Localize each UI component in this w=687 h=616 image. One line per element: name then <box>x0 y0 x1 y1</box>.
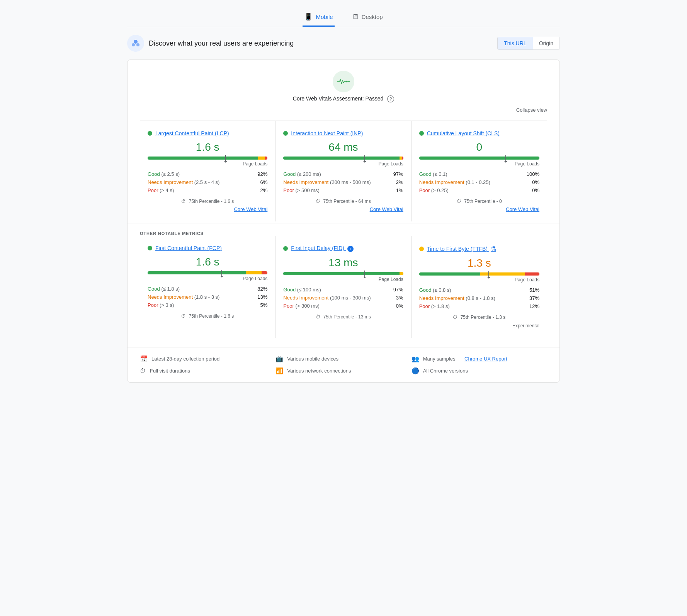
cls-value: 0 <box>419 141 539 153</box>
footer-full-visit: ⏱ Full visit durations <box>140 367 275 374</box>
inp-dist-ni: Needs Improvement (200 ms - 500 ms) 2% <box>283 179 403 185</box>
inp-name[interactable]: Interaction to Next Paint (INP) <box>291 130 363 136</box>
fcp-bar-poor <box>262 271 268 274</box>
metric-inp: Interaction to Next Paint (INP) 64 ms Pa… <box>275 121 411 221</box>
ttfb-dist-ni: Needs Improvement (0.8 s - 1.8 s) 37% <box>419 295 539 301</box>
ttfb-experimental-label: Experimental <box>419 323 539 328</box>
assessment-title: Core Web Vitals Assessment: Passed ? <box>293 95 394 102</box>
footer-network: 📶 Various network connections <box>275 367 411 374</box>
lcp-name[interactable]: Largest Contentful Paint (LCP) <box>155 130 229 136</box>
lcp-status-dot <box>148 131 152 136</box>
fid-dist-poor: Poor (> 300 ms) 0% <box>283 303 403 309</box>
tab-mobile[interactable]: 📱 Mobile <box>303 8 334 27</box>
desktop-icon: 🖥 <box>352 13 359 21</box>
fcp-bar-good <box>148 271 246 274</box>
header-bar: Discover what your real users are experi… <box>127 35 560 52</box>
cls-bar-marker <box>505 155 506 161</box>
fcp-bar-marker <box>221 270 222 276</box>
origin-button[interactable]: Origin <box>533 37 559 49</box>
ttfb-dist-good: Good (≤ 0.8 s) 51% <box>419 287 539 293</box>
tab-bar: 📱 Mobile 🖥 Desktop <box>127 8 560 27</box>
ttfb-name[interactable]: Time to First Byte (TTFB) ⚗ <box>427 245 496 252</box>
ttfb-label: Time to First Byte (TTFB) ⚗ <box>419 245 539 252</box>
ttfb-bar-ni <box>480 272 525 276</box>
other-metrics-label: OTHER NOTABLE METRICS <box>140 231 547 236</box>
collapse-view-button[interactable]: Collapse view <box>140 107 547 113</box>
fid-value: 13 ms <box>283 257 403 269</box>
lcp-dist-good: Good (≤ 2.5 s) 92% <box>148 171 267 177</box>
fid-name[interactable]: First Input Delay (FID) i <box>291 245 354 252</box>
cls-status-dot <box>419 131 424 136</box>
fcp-value: 1.6 s <box>148 256 267 268</box>
chrome-ux-report-link[interactable]: Chrome UX Report <box>464 356 507 362</box>
url-toggle: This URL Origin <box>497 37 560 50</box>
fcp-name[interactable]: First Contentful Paint (FCP) <box>155 245 222 251</box>
lcp-percentile: ⏱ 75th Percentile - 1.6 s <box>148 199 267 204</box>
assessment-header: Core Web Vitals Assessment: Passed ? <box>140 71 547 102</box>
fcp-bar <box>148 271 267 274</box>
lcp-bar-good <box>148 157 258 160</box>
help-icon[interactable]: ? <box>387 95 394 102</box>
timer-icon: ⏱ <box>140 368 146 374</box>
network-icon: 📶 <box>275 367 283 374</box>
footer-mobile-devices: 📺 Various mobile devices <box>275 355 411 362</box>
footer-collection-period: 📅 Latest 28-day collection period <box>140 355 275 362</box>
ttfb-experimental-icon: ⚗ <box>491 245 496 252</box>
core-vitals-grid: Largest Contentful Paint (LCP) 1.6 s Pag… <box>140 121 547 221</box>
ttfb-dist-poor: Poor (> 1.8 s) 12% <box>419 303 539 309</box>
ttfb-bar-marker <box>488 271 489 277</box>
cls-dist-ni: Needs Improvement (0.1 - 0.25) 0% <box>419 179 539 185</box>
inp-dist-poor: Poor (> 500 ms) 1% <box>283 187 403 193</box>
assessment-icon <box>333 71 354 92</box>
tab-desktop[interactable]: 🖥 Desktop <box>350 8 384 27</box>
cls-core-vital-link[interactable]: Core Web Vital <box>419 206 539 212</box>
this-url-button[interactable]: This URL <box>498 37 532 49</box>
metric-lcp: Largest Contentful Paint (LCP) 1.6 s Pag… <box>140 121 275 221</box>
cls-bar <box>419 157 539 160</box>
inp-page-loads: Page Loads <box>283 161 403 167</box>
cls-page-loads: Page Loads <box>419 161 539 167</box>
other-metrics-section: OTHER NOTABLE METRICS <box>128 223 559 236</box>
fcp-dist-good: Good (≤ 1.8 s) 82% <box>148 286 267 292</box>
metric-ttfb: Time to First Byte (TTFB) ⚗ 1.3 s Page L… <box>412 236 547 338</box>
lcp-bar-marker <box>225 155 226 161</box>
inp-dist-good: Good (≤ 200 ms) 97% <box>283 171 403 177</box>
ttfb-page-loads: Page Loads <box>419 277 539 282</box>
fcp-percentile: ⏱ 75th Percentile - 1.6 s <box>148 313 267 319</box>
assessment-title-prefix: Core Web Vitals Assessment: <box>293 95 364 102</box>
inp-bar-poor <box>402 157 403 160</box>
lcp-value: 1.6 s <box>148 141 267 153</box>
fcp-bar-ni <box>246 271 261 274</box>
inp-value: 64 ms <box>283 141 403 153</box>
assessment-status: Passed <box>366 95 384 102</box>
footer-many-samples: 👥 Many samples Chrome UX Report <box>412 355 547 362</box>
other-metrics-grid: First Contentful Paint (FCP) 1.6 s Page … <box>140 236 547 338</box>
devices-icon: 📺 <box>275 355 283 362</box>
fid-bar <box>283 272 403 275</box>
lcp-core-vital-link[interactable]: Core Web Vital <box>148 206 267 212</box>
header-avatar <box>127 35 144 52</box>
main-card: Core Web Vitals Assessment: Passed ? Col… <box>127 60 560 383</box>
svg-point-3 <box>136 43 139 46</box>
cls-label: Cumulative Layout Shift (CLS) <box>419 130 539 136</box>
fcp-page-loads: Page Loads <box>148 276 267 281</box>
inp-bar-marker <box>364 155 365 161</box>
page-title: Discover what your real users are experi… <box>149 39 294 48</box>
fid-percentile: ⏱ 75th Percentile - 13 ms <box>283 314 403 320</box>
fid-bar-good <box>283 272 400 275</box>
fid-dist-good: Good (≤ 100 ms) 97% <box>283 287 403 293</box>
tab-mobile-label: Mobile <box>316 14 333 20</box>
metric-fid: First Input Delay (FID) i 13 ms Page Loa… <box>275 236 411 338</box>
cls-name[interactable]: Cumulative Layout Shift (CLS) <box>427 130 500 136</box>
footer-section: 📅 Latest 28-day collection period 📺 Vari… <box>128 347 559 382</box>
svg-point-4 <box>346 81 347 82</box>
ttfb-bar <box>419 272 539 276</box>
footer-chrome-versions: 🔵 All Chrome versions <box>412 367 547 374</box>
tab-desktop-label: Desktop <box>362 14 383 20</box>
cls-dist-poor: Poor (> 0.25) 0% <box>419 187 539 193</box>
fid-info-icon[interactable]: i <box>347 246 354 252</box>
people-icon: 👥 <box>412 355 419 362</box>
inp-core-vital-link[interactable]: Core Web Vital <box>283 206 403 212</box>
metric-cls: Cumulative Layout Shift (CLS) 0 Page Loa… <box>412 121 547 221</box>
inp-label: Interaction to Next Paint (INP) <box>283 130 403 136</box>
